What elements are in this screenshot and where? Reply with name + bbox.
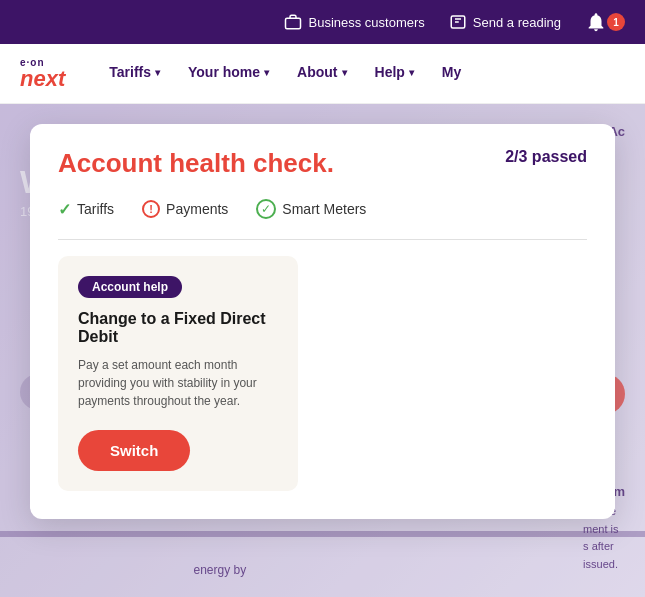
nav-my-account-label: My [442, 64, 461, 80]
briefcase-icon [284, 13, 302, 31]
notification-area[interactable]: 1 [585, 11, 625, 33]
logo-next: next [20, 68, 65, 90]
card-description: Pay a set amount each month providing yo… [78, 356, 278, 410]
nav-your-home-label: Your home [188, 64, 260, 80]
send-reading-link[interactable]: Send a reading [449, 13, 561, 31]
meter-icon [449, 13, 467, 31]
nav-items: Tariffs ▾ Your home ▾ About ▾ Help ▾ My [95, 44, 625, 104]
payments-check-label: Payments [166, 201, 228, 217]
svg-rect-0 [286, 18, 301, 29]
top-bar: Business customers Send a reading 1 [0, 0, 645, 44]
switch-button[interactable]: Switch [78, 430, 190, 471]
tariffs-check-icon: ✓ [58, 200, 71, 219]
payments-warning-icon: ! [142, 200, 160, 218]
main-nav: e·on next Tariffs ▾ Your home ▾ About ▾ … [0, 44, 645, 104]
smart-meters-check-label: Smart Meters [282, 201, 366, 217]
payments-check: ! Payments [142, 200, 228, 218]
notification-badge: 1 [607, 13, 625, 31]
chevron-down-icon: ▾ [264, 67, 269, 78]
nav-about[interactable]: About ▾ [283, 44, 360, 104]
business-customers-link[interactable]: Business customers [284, 13, 424, 31]
smart-meters-check: ✓ Smart Meters [256, 199, 366, 219]
nav-help[interactable]: Help ▾ [361, 44, 428, 104]
modal-title: Account health check. [58, 148, 334, 179]
nav-your-home[interactable]: Your home ▾ [174, 44, 283, 104]
modal-header: Account health check. 2/3 passed [58, 148, 587, 179]
modal-divider [58, 239, 587, 240]
nav-help-label: Help [375, 64, 405, 80]
send-reading-label: Send a reading [473, 15, 561, 30]
account-help-badge: Account help [78, 276, 182, 298]
page-background: We 192 G Ac t paym payme ment is s after… [0, 104, 645, 597]
logo[interactable]: e·on next [20, 57, 65, 90]
health-check-modal: Account health check. 2/3 passed ✓ Tarif… [30, 124, 615, 519]
card-title: Change to a Fixed Direct Debit [78, 310, 278, 346]
smart-meters-check-icon: ✓ [256, 199, 276, 219]
business-customers-label: Business customers [308, 15, 424, 30]
nav-my-account[interactable]: My [428, 44, 475, 104]
account-help-card: Account help Change to a Fixed Direct De… [58, 256, 298, 491]
tariffs-check: ✓ Tariffs [58, 200, 114, 219]
chevron-down-icon: ▾ [342, 67, 347, 78]
nav-tariffs-label: Tariffs [109, 64, 151, 80]
nav-tariffs[interactable]: Tariffs ▾ [95, 44, 174, 104]
notification-icon [585, 11, 607, 33]
tariffs-check-label: Tariffs [77, 201, 114, 217]
chevron-down-icon: ▾ [155, 67, 160, 78]
passed-badge: 2/3 passed [505, 148, 587, 166]
checks-row: ✓ Tariffs ! Payments ✓ Smart Meters [58, 199, 587, 219]
chevron-down-icon: ▾ [409, 67, 414, 78]
nav-about-label: About [297, 64, 337, 80]
